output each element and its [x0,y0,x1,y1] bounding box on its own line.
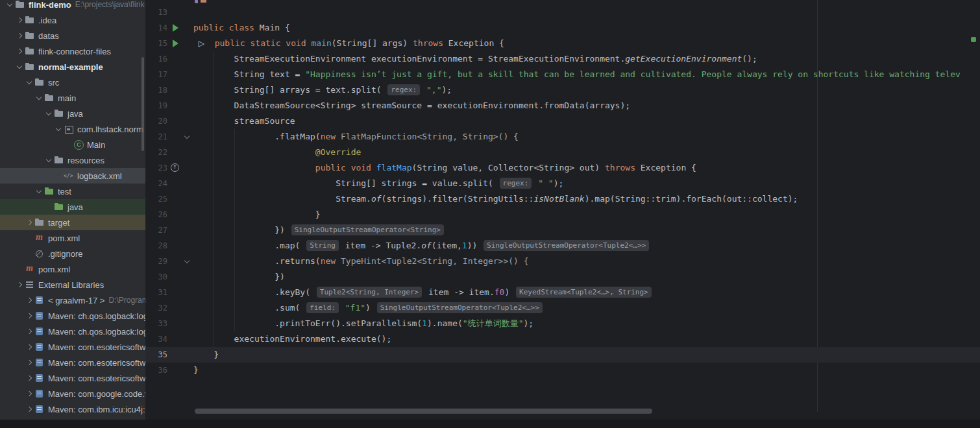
chevron-down-icon[interactable] [43,108,54,119]
code-line-15[interactable]: 15 ▷ public static void main(String[] ar… [145,36,980,51]
code-line-35[interactable]: 35 } [145,347,980,363]
line-number[interactable]: 30 [145,269,167,285]
code-area[interactable]: 1314public class Main {15 ▷ public stati… [145,5,980,378]
line-number[interactable]: 16 [145,51,167,67]
tree-item-maven-com.esotericsoftware-k[interactable]: Maven: com.esotericsoftware:k [0,339,145,355]
editor[interactable]: 1314public class Main {15 ▷ public stati… [145,0,980,420]
tree-item-.idea[interactable]: .idea [0,12,145,28]
chevron-down-icon[interactable] [5,0,15,10]
line-number[interactable]: 14 [145,20,167,36]
tree-item-test[interactable]: test [0,184,145,199]
chevron-right-icon[interactable] [24,295,34,305]
code-line-19[interactable]: 19 DataStreamSource<String> streamSource… [145,98,980,113]
line-number[interactable]: 27 [145,222,167,238]
tree-item-external-libraries[interactable]: External Libraries [0,277,145,292]
line-number[interactable]: 20 [145,113,167,129]
project-tree-scrollbar[interactable] [141,57,144,151]
line-number[interactable]: 21 [145,129,167,145]
tree-item-main[interactable]: Main [0,137,145,152]
tree-item-maven-com.esotericsoftware-r[interactable]: Maven: com.esotericsoftware:r [0,370,145,386]
line-number[interactable]: 28 [145,238,167,254]
chevron-right-icon[interactable] [24,342,34,352]
code-line-17[interactable]: 17 String text = "Happiness isn’t just a… [145,67,980,82]
chevron-right-icon[interactable] [24,326,34,337]
code-line-28[interactable]: 28 .map( String item -> Tuple2.of(item,1… [145,238,980,254]
run-button-icon[interactable] [173,24,178,32]
chevron-right-icon[interactable] [14,279,25,290]
line-number[interactable]: 31 [145,285,167,300]
chevron-down-icon[interactable] [24,77,34,88]
code-line-36[interactable]: 36} [145,363,980,378]
line-number[interactable]: 32 [145,300,167,316]
code-line-27[interactable]: 27 }) SingleOutputStreamOperator<String> [145,222,980,238]
code-line-23[interactable]: 23↑ public void flatMap(String value, Co… [145,160,980,176]
tree-item-flink-connector-files[interactable]: flink-connector-files [0,43,145,59]
code-line-25[interactable]: 25 Stream.of(strings).filter(StringUtils… [145,191,980,207]
chevron-down-icon[interactable] [34,186,44,196]
code-line-16[interactable]: 16 StreamExecutionEnvironment executionE… [145,51,980,67]
code-line-24[interactable]: 24 String[] strings = value.split( regex… [145,176,980,191]
line-number[interactable]: 25 [145,191,167,207]
tree-item-datas[interactable]: datas [0,28,145,43]
run-button-icon[interactable] [173,40,178,47]
tree-item-resources[interactable]: resources [0,152,145,168]
tree-item-com.lhstack.norm[interactable]: com.lhstack.norm [0,121,145,137]
line-number[interactable]: 29 [145,254,167,269]
code-line-13[interactable]: 13 [145,5,980,20]
tree-item-pom.xml[interactable]: pom.xml [0,230,145,246]
tree-item-pom.xml[interactable]: pom.xml [0,261,145,277]
tree-item-maven-com.esotericsoftware-m[interactable]: Maven: com.esotericsoftware:m [0,355,145,370]
chevron-down-icon[interactable] [43,155,54,165]
fold-arrow-icon[interactable] [185,134,189,138]
code-line-14[interactable]: 14public class Main { [145,20,980,36]
line-number[interactable]: 26 [145,207,167,222]
tree-item-target[interactable]: target [0,215,145,230]
line-number[interactable]: 22 [145,145,167,160]
fold-arrow-icon[interactable] [185,259,189,263]
code-line-29[interactable]: 29 .returns(new TypeHint<Tuple2<String, … [145,254,980,269]
code-line-32[interactable]: 32 .sum( field: "f1") SingleOutputStream… [145,300,980,316]
chevron-down-icon[interactable] [34,93,44,103]
code-line-21[interactable]: 21 .flatMap(new FlatMapFunction<String, … [145,129,980,145]
tree-item--graalvm-17-[interactable]: < graalvm-17 >D:\Program Fi [0,292,145,308]
tree-item-java[interactable]: java [0,199,145,215]
chevron-right-icon[interactable] [24,388,34,399]
code-line-33[interactable]: 33 .printToErr().setParallelism(1).name(… [145,316,980,331]
chevron-right-icon[interactable] [24,404,34,414]
line-number[interactable]: 34 [145,331,167,347]
chevron-right-icon[interactable] [14,15,25,25]
line-number[interactable]: 17 [145,67,167,82]
code-line-22[interactable]: 22 @Override [145,145,980,160]
line-number[interactable]: 24 [145,176,167,191]
chevron-right-icon[interactable] [14,46,25,56]
line-number[interactable]: 13 [145,5,167,20]
tree-item-normal-example[interactable]: normal-example [0,59,145,75]
tree-item-maven-ch.qos.logback-logback[interactable]: Maven: ch.qos.logback:logback [0,308,145,324]
line-number[interactable]: 19 [145,98,167,113]
tree-item-flink-demo[interactable]: flink-demoE:\projects\java\flink- [0,0,145,12]
chevron-down-icon[interactable] [53,124,64,134]
code-line-34[interactable]: 34 executionEnvironment.execute(); [145,331,980,347]
tree-item-maven-ch.qos.logback-logback[interactable]: Maven: ch.qos.logback:logback [0,324,145,339]
line-number[interactable]: 33 [145,316,167,331]
horizontal-scrollbar[interactable] [195,409,652,414]
line-number[interactable]: 36 [145,363,167,378]
line-number[interactable]: 23 [145,160,167,176]
tree-item-src[interactable]: src [0,75,145,90]
tree-item-maven-com.google.code.findb[interactable]: Maven: com.google.code.findb [0,386,145,401]
code-line-20[interactable]: 20 streamSource [145,113,980,129]
tree-item-main[interactable]: main [0,90,145,106]
chevron-right-icon[interactable] [14,30,25,41]
line-number[interactable]: 15 [145,36,167,51]
code-line-18[interactable]: 18 String[] arrays = text.split( regex: … [145,82,980,98]
tree-item-java[interactable]: java [0,106,145,121]
code-line-26[interactable]: 26 } [145,207,980,222]
chevron-right-icon[interactable] [24,311,34,321]
code-line-31[interactable]: 31 .keyBy( Tuple2<String, Integer> item … [145,285,980,300]
chevron-right-icon[interactable] [24,217,34,228]
tree-item-logback.xml[interactable]: logback.xml [0,168,145,184]
code-line-30[interactable]: 30 }) [145,269,980,285]
overriding-method-icon[interactable]: ↑ [171,163,179,172]
chevron-right-icon[interactable] [24,373,34,383]
line-number[interactable]: 35 [145,347,167,363]
